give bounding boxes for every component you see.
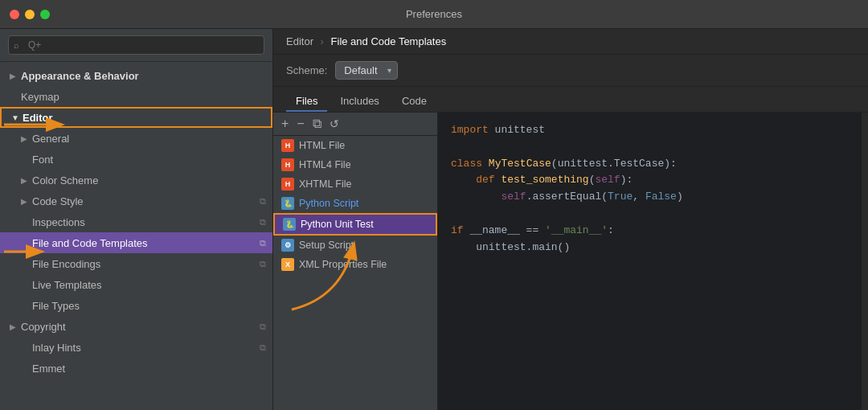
code-editor[interactable]: import unittest class MyTestCase(unittes… <box>438 113 862 410</box>
file-item-setup-script[interactable]: ⚙ Setup Script <box>273 236 437 255</box>
file-item-label: Python Script <box>299 198 358 209</box>
breadcrumb-parent: Editor <box>286 35 313 47</box>
remove-button[interactable]: − <box>295 116 305 132</box>
sidebar-item-label: Code Style <box>32 195 256 207</box>
sidebar-item-file-code-templates[interactable]: File and Code Templates ⧉ <box>0 232 272 253</box>
sidebar-tree: ▶ Appearance & Behavior Keymap ▼ Editor … <box>0 62 272 410</box>
minimize-button[interactable] <box>25 10 35 19</box>
file-item-python-unit-test[interactable]: 🐍 Python Unit Test <box>273 213 437 236</box>
scheme-bar: Scheme: Default ▾ <box>273 55 868 87</box>
file-item-label: XHTML File <box>299 178 352 190</box>
code-line-6 <box>451 206 849 223</box>
sidebar-item-general[interactable]: ▶ General <box>0 128 272 149</box>
sidebar-item-inspections[interactable]: Inspections ⧉ <box>0 211 272 232</box>
file-toolbar: + − ⧉ ↺ <box>273 113 437 136</box>
file-item-xhtml[interactable]: H XHTML File <box>273 174 437 194</box>
breadcrumb-separator: › <box>321 35 324 47</box>
sidebar-item-font[interactable]: Font <box>0 149 272 170</box>
sidebar-item-code-style[interactable]: ▶ Code Style ⧉ <box>0 191 272 211</box>
search-input[interactable] <box>8 35 264 55</box>
xml-properties-icon: X <box>281 258 294 271</box>
traffic-lights <box>10 10 50 19</box>
sidebar-item-live-templates[interactable]: Live Templates <box>0 274 272 295</box>
copy-icon: ⧉ <box>260 322 266 332</box>
sidebar-item-label: Font <box>32 154 266 166</box>
sidebar-item-label: Appearance & Behavior <box>21 70 266 82</box>
reset-button[interactable]: ↺ <box>328 117 341 131</box>
sidebar-item-inlay-hints[interactable]: Inlay Hints ⧉ <box>0 337 272 358</box>
setup-script-icon: ⚙ <box>281 239 294 252</box>
html-file-icon: H <box>281 139 294 152</box>
code-line-2 <box>451 139 849 156</box>
content-area: Editor › File and Code Templates Scheme:… <box>273 29 868 410</box>
close-button[interactable] <box>10 10 19 19</box>
file-list: H HTML File H HTML4 File H XHTML File 🐍 … <box>273 136 437 410</box>
sidebar-item-appearance[interactable]: ▶ Appearance & Behavior <box>0 65 272 86</box>
file-item-label: Setup Script <box>299 240 354 251</box>
code-line-1: import unittest <box>451 122 849 139</box>
sidebar-item-label: File Types <box>32 300 266 312</box>
sidebar-item-color-scheme[interactable]: ▶ Color Scheme <box>0 170 272 191</box>
tabs-bar: Files Includes Code <box>273 87 868 113</box>
xhtml-file-icon: H <box>281 178 294 191</box>
file-item-python-script[interactable]: 🐍 Python Script <box>273 194 437 213</box>
file-item-html4[interactable]: H HTML4 File <box>273 155 437 174</box>
dropdown-arrow-icon: ▾ <box>387 66 391 75</box>
sidebar-item-label: Emmet <box>32 363 266 375</box>
file-item-xml-properties[interactable]: X XML Properties File <box>273 255 437 274</box>
file-item-html[interactable]: H HTML File <box>273 136 437 155</box>
expand-arrow-icon: ▶ <box>21 176 32 185</box>
file-item-label: XML Properties File <box>299 259 387 270</box>
sidebar-item-file-types[interactable]: File Types <box>0 295 272 316</box>
file-list-pane: + − ⧉ ↺ H HTML File H HTML4 File H <box>273 113 438 410</box>
sidebar-item-file-encodings[interactable]: File Encodings ⧉ <box>0 253 272 274</box>
code-line-5: self.assertEqual(True, False) <box>451 189 849 206</box>
expand-arrow-icon: ▼ <box>11 113 23 122</box>
expand-arrow-icon: ▶ <box>21 134 32 143</box>
sidebar-item-label: Live Templates <box>32 279 266 291</box>
sidebar: ⌕ ▶ Appearance & Behavior Keymap ▼ Edito… <box>0 29 273 410</box>
expand-arrow-icon: ▶ <box>21 197 32 206</box>
tab-code[interactable]: Code <box>392 92 436 112</box>
sidebar-item-label: General <box>32 133 266 145</box>
copy-template-button[interactable]: ⧉ <box>311 116 323 132</box>
maximize-button[interactable] <box>40 10 50 19</box>
sidebar-item-copyright[interactable]: ▶ Copyright ⧉ <box>0 316 272 337</box>
file-item-label: Python Unit Test <box>301 219 374 230</box>
breadcrumb-current: File and Code Templates <box>331 35 447 47</box>
copy-icon: ⧉ <box>260 217 266 228</box>
sidebar-item-editor[interactable]: ▼ Editor <box>0 107 272 128</box>
scrollbar-gutter <box>862 113 868 410</box>
copy-icon: ⧉ <box>260 342 266 353</box>
html4-file-icon: H <box>281 158 294 171</box>
expand-arrow-icon: ▶ <box>10 322 21 331</box>
window-title: Preferences <box>406 8 462 20</box>
expand-arrow-icon: ▶ <box>10 72 21 80</box>
sidebar-item-label: File and Code Templates <box>32 237 256 249</box>
sidebar-item-label: File Encodings <box>32 258 256 270</box>
sidebar-item-keymap[interactable]: Keymap <box>0 86 272 107</box>
sidebar-item-label: Inlay Hints <box>32 342 256 354</box>
breadcrumb: Editor › File and Code Templates <box>273 29 868 55</box>
sidebar-item-label: Inspections <box>32 216 256 228</box>
copy-icon: ⧉ <box>260 196 266 207</box>
copy-icon: ⧉ <box>260 259 266 269</box>
python-unit-test-icon: 🐍 <box>283 218 296 231</box>
code-line-7: if __name__ == '__main__': <box>451 223 849 240</box>
file-item-label: HTML File <box>299 140 345 151</box>
search-icon: ⌕ <box>14 40 19 50</box>
code-line-4: def test_something(self): <box>451 172 849 189</box>
add-button[interactable]: + <box>280 116 290 132</box>
tab-files[interactable]: Files <box>286 92 327 112</box>
sidebar-item-label: Editor <box>23 112 264 124</box>
code-line-8: unittest.main() <box>451 240 849 256</box>
sidebar-item-label: Color Scheme <box>32 174 266 187</box>
file-item-label: HTML4 File <box>299 159 351 170</box>
sidebar-item-emmet[interactable]: Emmet <box>0 358 272 379</box>
sidebar-item-label: Copyright <box>21 321 256 333</box>
code-line-3: class MyTestCase(unittest.TestCase): <box>451 156 849 173</box>
copy-icon: ⧉ <box>260 238 266 248</box>
scheme-label: Scheme: <box>286 64 327 76</box>
titlebar: Preferences <box>0 0 868 29</box>
tab-includes[interactable]: Includes <box>330 92 388 112</box>
